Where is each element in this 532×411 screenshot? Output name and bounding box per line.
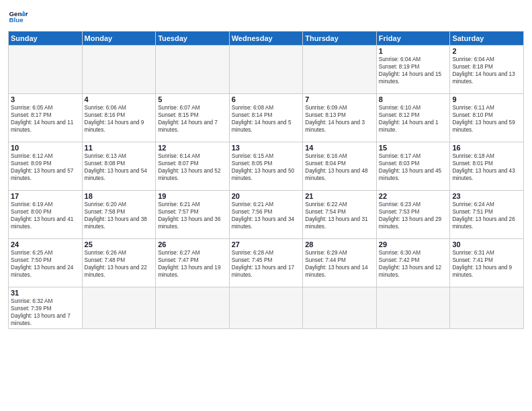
- page: General Blue SundayMondayTuesdayWednesda…: [0, 0, 532, 411]
- day-number: 24: [11, 240, 80, 248]
- day-number: 7: [305, 95, 374, 103]
- calendar-cell: [9, 46, 83, 94]
- day-number: 30: [452, 240, 521, 248]
- calendar-cell: 12Sunrise: 6:14 AMSunset: 8:07 PMDayligh…: [156, 142, 230, 191]
- calendar-cell: 22Sunrise: 6:23 AMSunset: 7:53 PMDayligh…: [376, 191, 450, 239]
- day-info: Sunrise: 6:14 AMSunset: 8:07 PMDaylight:…: [158, 152, 227, 182]
- day-info: Sunrise: 6:19 AMSunset: 8:00 PMDaylight:…: [11, 201, 80, 230]
- day-info: Sunrise: 6:20 AMSunset: 7:58 PMDaylight:…: [85, 201, 154, 230]
- day-number: 20: [232, 192, 301, 200]
- calendar-cell: 14Sunrise: 6:16 AMSunset: 8:04 PMDayligh…: [303, 142, 377, 191]
- day-number: 28: [305, 240, 374, 248]
- calendar-week-6: 31Sunrise: 6:32 AMSunset: 7:39 PMDayligh…: [9, 287, 524, 329]
- calendar-cell: 2Sunrise: 6:04 AMSunset: 8:18 PMDaylight…: [450, 46, 524, 94]
- calendar-week-4: 17Sunrise: 6:19 AMSunset: 8:00 PMDayligh…: [9, 191, 524, 239]
- day-info: Sunrise: 6:04 AMSunset: 8:19 PMDaylight:…: [379, 56, 448, 85]
- day-number: 6: [232, 95, 301, 103]
- weekday-header-monday: Monday: [82, 32, 156, 46]
- calendar-cell: 27Sunrise: 6:28 AMSunset: 7:45 PMDayligh…: [229, 239, 303, 287]
- day-number: 12: [158, 144, 227, 152]
- day-info: Sunrise: 6:13 AMSunset: 8:08 PMDaylight:…: [85, 152, 154, 182]
- day-number: 1: [379, 47, 448, 55]
- day-number: 2: [452, 47, 521, 55]
- day-info: Sunrise: 6:16 AMSunset: 8:04 PMDaylight:…: [305, 152, 374, 182]
- calendar-cell: [156, 46, 230, 94]
- day-number: 29: [379, 240, 448, 248]
- calendar-cell: 5Sunrise: 6:07 AMSunset: 8:15 PMDaylight…: [156, 94, 230, 142]
- calendar-cell: [376, 287, 450, 329]
- calendar-week-5: 24Sunrise: 6:25 AMSunset: 7:50 PMDayligh…: [9, 239, 524, 287]
- day-info: Sunrise: 6:06 AMSunset: 8:16 PMDaylight:…: [85, 104, 154, 134]
- calendar-cell: [303, 287, 377, 329]
- day-number: 18: [85, 192, 154, 200]
- day-info: Sunrise: 6:21 AMSunset: 7:56 PMDaylight:…: [232, 201, 301, 230]
- calendar-cell: 30Sunrise: 6:31 AMSunset: 7:41 PMDayligh…: [450, 239, 524, 287]
- day-info: Sunrise: 6:27 AMSunset: 7:47 PMDaylight:…: [158, 249, 227, 279]
- day-info: Sunrise: 6:11 AMSunset: 8:10 PMDaylight:…: [452, 104, 521, 134]
- day-number: 4: [85, 95, 154, 103]
- calendar-cell: 25Sunrise: 6:26 AMSunset: 7:48 PMDayligh…: [82, 239, 156, 287]
- day-number: 26: [158, 240, 227, 248]
- day-number: 15: [379, 144, 448, 152]
- day-info: Sunrise: 6:28 AMSunset: 7:45 PMDaylight:…: [232, 249, 301, 279]
- svg-text:Blue: Blue: [9, 16, 24, 24]
- day-info: Sunrise: 6:05 AMSunset: 8:17 PMDaylight:…: [11, 104, 80, 134]
- day-info: Sunrise: 6:26 AMSunset: 7:48 PMDaylight:…: [85, 249, 154, 279]
- calendar-cell: 3Sunrise: 6:05 AMSunset: 8:17 PMDaylight…: [9, 94, 83, 142]
- day-info: Sunrise: 6:17 AMSunset: 8:03 PMDaylight:…: [379, 152, 448, 182]
- calendar-week-2: 3Sunrise: 6:05 AMSunset: 8:17 PMDaylight…: [9, 94, 524, 142]
- day-number: 3: [11, 95, 80, 103]
- day-info: Sunrise: 6:32 AMSunset: 7:39 PMDaylight:…: [11, 298, 80, 327]
- day-info: Sunrise: 6:24 AMSunset: 7:51 PMDaylight:…: [452, 201, 521, 230]
- calendar-cell: 17Sunrise: 6:19 AMSunset: 8:00 PMDayligh…: [9, 191, 83, 239]
- day-number: 21: [305, 192, 374, 200]
- day-info: Sunrise: 6:04 AMSunset: 8:18 PMDaylight:…: [452, 56, 521, 85]
- calendar-cell: 6Sunrise: 6:08 AMSunset: 8:14 PMDaylight…: [229, 94, 303, 142]
- day-number: 17: [11, 192, 80, 200]
- calendar-cell: 7Sunrise: 6:09 AMSunset: 8:13 PMDaylight…: [303, 94, 377, 142]
- calendar-cell: 23Sunrise: 6:24 AMSunset: 7:51 PMDayligh…: [450, 191, 524, 239]
- calendar-cell: [82, 287, 156, 329]
- weekday-header-tuesday: Tuesday: [156, 32, 230, 46]
- day-info: Sunrise: 6:18 AMSunset: 8:01 PMDaylight:…: [452, 152, 521, 182]
- calendar-cell: [229, 46, 303, 94]
- weekday-header-friday: Friday: [376, 32, 450, 46]
- day-info: Sunrise: 6:25 AMSunset: 7:50 PMDaylight:…: [11, 249, 80, 279]
- day-number: 27: [232, 240, 301, 248]
- calendar-cell: 20Sunrise: 6:21 AMSunset: 7:56 PMDayligh…: [229, 191, 303, 239]
- day-number: 19: [158, 192, 227, 200]
- day-info: Sunrise: 6:31 AMSunset: 7:41 PMDaylight:…: [452, 249, 521, 279]
- calendar-week-3: 10Sunrise: 6:12 AMSunset: 8:09 PMDayligh…: [9, 142, 524, 191]
- day-info: Sunrise: 6:22 AMSunset: 7:54 PMDaylight:…: [305, 201, 374, 230]
- calendar-cell: 4Sunrise: 6:06 AMSunset: 8:16 PMDaylight…: [82, 94, 156, 142]
- day-number: 22: [379, 192, 448, 200]
- day-info: Sunrise: 6:10 AMSunset: 8:12 PMDaylight:…: [379, 104, 448, 134]
- calendar-week-1: 1Sunrise: 6:04 AMSunset: 8:19 PMDaylight…: [9, 46, 524, 94]
- day-number: 10: [11, 144, 80, 152]
- calendar-cell: 8Sunrise: 6:10 AMSunset: 8:12 PMDaylight…: [376, 94, 450, 142]
- day-info: Sunrise: 6:21 AMSunset: 7:57 PMDaylight:…: [158, 201, 227, 230]
- calendar-cell: [82, 46, 156, 94]
- day-info: Sunrise: 6:30 AMSunset: 7:42 PMDaylight:…: [379, 249, 448, 279]
- day-number: 23: [452, 192, 521, 200]
- calendar-cell: [450, 287, 524, 329]
- calendar-cell: 19Sunrise: 6:21 AMSunset: 7:57 PMDayligh…: [156, 191, 230, 239]
- day-number: 11: [85, 144, 154, 152]
- calendar-cell: [229, 287, 303, 329]
- day-info: Sunrise: 6:12 AMSunset: 8:09 PMDaylight:…: [11, 152, 80, 182]
- weekday-header-wednesday: Wednesday: [229, 32, 303, 46]
- day-number: 31: [11, 289, 80, 297]
- day-info: Sunrise: 6:29 AMSunset: 7:44 PMDaylight:…: [305, 249, 374, 279]
- header: General Blue: [8, 7, 524, 27]
- day-info: Sunrise: 6:23 AMSunset: 7:53 PMDaylight:…: [379, 201, 448, 230]
- weekday-header-thursday: Thursday: [303, 32, 377, 46]
- calendar-cell: 28Sunrise: 6:29 AMSunset: 7:44 PMDayligh…: [303, 239, 377, 287]
- logo-icon: General Blue: [8, 7, 28, 27]
- calendar-cell: 10Sunrise: 6:12 AMSunset: 8:09 PMDayligh…: [9, 142, 83, 191]
- weekday-header-sunday: Sunday: [9, 32, 83, 46]
- day-info: Sunrise: 6:07 AMSunset: 8:15 PMDaylight:…: [158, 104, 227, 134]
- calendar-cell: 21Sunrise: 6:22 AMSunset: 7:54 PMDayligh…: [303, 191, 377, 239]
- weekday-header-saturday: Saturday: [450, 32, 524, 46]
- calendar-cell: 9Sunrise: 6:11 AMSunset: 8:10 PMDaylight…: [450, 94, 524, 142]
- day-number: 9: [452, 95, 521, 103]
